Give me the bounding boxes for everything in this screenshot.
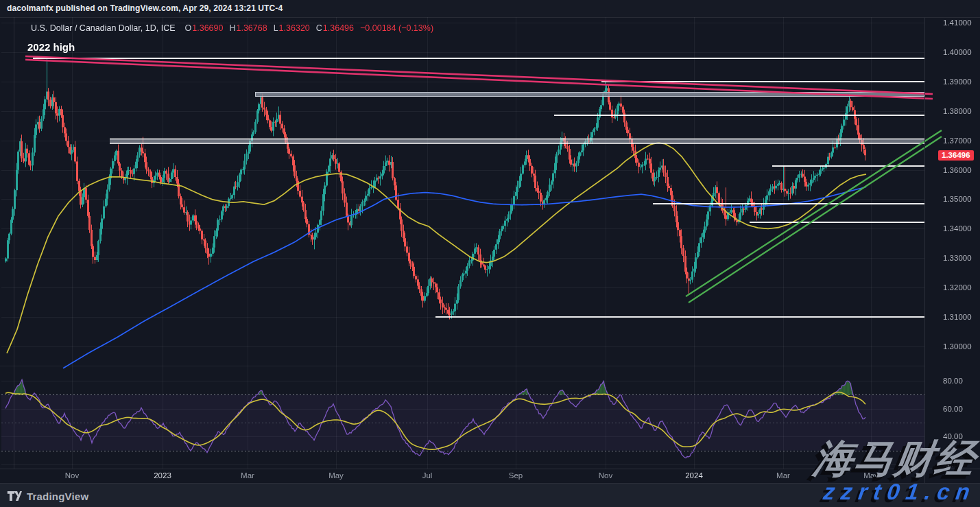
tradingview-logo[interactable]: TradingView xyxy=(7,489,88,503)
price-tick-label: 1.40000 xyxy=(943,47,972,58)
price-tick-label: 1.30000 xyxy=(943,341,972,352)
price-tick-label: 1.34000 xyxy=(943,223,972,234)
time-tick-label: 2023 xyxy=(143,471,182,480)
close-label: C xyxy=(316,23,322,33)
time-tick-label: Mar xyxy=(228,471,267,480)
price-tick-label: 1.31000 xyxy=(943,311,972,322)
time-tick-label: Nov xyxy=(586,471,625,480)
time-tick-label: Mar xyxy=(764,471,802,480)
rsi-tick-label: 80.00 xyxy=(943,375,963,386)
price-tick-label: 1.39000 xyxy=(943,76,972,87)
price-tick-label: 1.32000 xyxy=(943,282,972,293)
chart-area[interactable]: U.S. Dollar / Canadian Dollar, 1D, ICEO1… xyxy=(0,17,980,484)
annotation-2022-high: 2022 high xyxy=(27,41,75,53)
time-tick-label: Jul xyxy=(408,471,446,480)
time-scale[interactable]: Nov2023MarMayJulSepNov2024MarMay xyxy=(0,469,980,484)
symbol-title: U.S. Dollar / Canadian Dollar, 1D, ICE xyxy=(31,23,176,33)
price-chart-canvas[interactable] xyxy=(0,17,980,484)
high-value: 1.36768 xyxy=(236,23,267,33)
rsi-tick-label: 60.00 xyxy=(943,403,963,414)
change-value: −0.00184 (−0.13%) xyxy=(360,23,433,33)
time-tick-label: Nov xyxy=(53,471,91,480)
watermark-url-text: zzrt01.cn xyxy=(813,480,978,504)
price-tick-label: 1.38000 xyxy=(943,106,972,117)
high-label: H xyxy=(229,23,235,33)
open-label: O xyxy=(185,23,192,33)
low-label: L xyxy=(274,23,278,33)
time-tick-label: Sep xyxy=(497,471,535,480)
close-value: 1.36496 xyxy=(323,23,354,33)
tradingview-logo-text: TradingView xyxy=(27,491,88,502)
time-tick-label: 2024 xyxy=(675,471,713,480)
last-price-label: 1.36496 xyxy=(938,150,974,161)
tradingview-logo-icon xyxy=(7,489,22,503)
tradingview-chart-screenshot: dacolmanfx published on TradingView.com,… xyxy=(0,0,980,507)
price-tick-label: 1.33000 xyxy=(943,252,972,263)
footer-bar: TradingView xyxy=(7,488,88,504)
rsi-tick-label: 40.00 xyxy=(943,431,963,442)
low-value: 1.36320 xyxy=(279,23,310,33)
price-tick-label: 1.36000 xyxy=(943,165,972,176)
publish-info-text: dacolmanfx published on TradingView.com,… xyxy=(7,3,283,13)
price-tick-label: 1.41000 xyxy=(943,17,972,28)
price-tick-label: 1.35000 xyxy=(943,193,972,204)
publish-info-bar: dacolmanfx published on TradingView.com,… xyxy=(0,0,980,17)
symbol-legend: U.S. Dollar / Canadian Dollar, 1D, ICEO1… xyxy=(31,23,433,33)
open-value: 1.36690 xyxy=(192,23,223,33)
time-tick-label: May xyxy=(317,471,355,480)
price-scale[interactable]: 1.410001.400001.390001.380001.370001.360… xyxy=(938,17,980,469)
time-tick-label: May xyxy=(852,471,890,480)
price-tick-label: 1.37000 xyxy=(943,135,972,146)
